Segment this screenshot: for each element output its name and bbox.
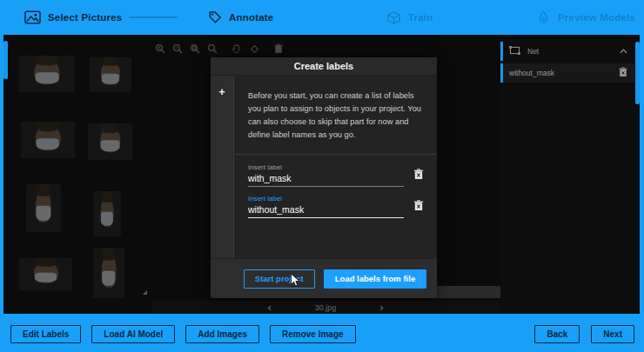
workspace: ‹ 30.jpg › Net — [3, 35, 640, 314]
labels-panel-header[interactable]: Net — [500, 42, 634, 61]
tag-tool-icon[interactable] — [248, 43, 260, 55]
left-scrollbar[interactable] — [3, 41, 8, 79]
tag-icon — [207, 10, 222, 25]
input-label: Insert label — [248, 163, 404, 171]
masked-person-photo — [36, 190, 51, 222]
masked-person-photo — [34, 60, 59, 84]
label-input-row: Insert label with_mask — [248, 163, 425, 187]
delete-label-icon[interactable] — [413, 199, 425, 215]
masked-person-photo — [101, 197, 114, 227]
load-labels-from-file-button[interactable]: Load labels from file — [324, 269, 426, 289]
masked-person-photo — [100, 128, 120, 152]
masked-person-photo — [102, 255, 117, 288]
step-connector — [129, 17, 178, 18]
step-annotate[interactable]: Annotate — [207, 0, 273, 35]
masked-person-photo — [33, 262, 57, 283]
image-icon — [24, 10, 41, 24]
label-input-field[interactable]: with_mask — [248, 173, 404, 187]
dialog-title: Create labels — [211, 57, 437, 76]
dialog-footer: Start project Load labels from file — [211, 258, 437, 298]
load-ai-model-button[interactable]: Load AI Model — [91, 325, 175, 343]
label-name: without_mask — [509, 69, 554, 77]
masked-person-photo — [36, 126, 61, 150]
labels-panel: Net without_mask — [500, 35, 640, 314]
dialog-description: Before you start, you can create a list … — [234, 76, 437, 155]
cube-icon — [386, 10, 401, 25]
delete-label-icon[interactable] — [413, 168, 425, 183]
input-label: Insert label — [248, 195, 404, 203]
edit-labels-button[interactable]: Edit Labels — [10, 325, 81, 343]
chevron-up-icon[interactable] — [620, 47, 627, 56]
main-region: ‹ 30.jpg › Net — [0, 35, 644, 315]
step-preview-models[interactable]: Preview Models — [536, 0, 635, 35]
panel-header-label: Net — [527, 47, 539, 56]
image-thumbnail[interactable] — [21, 122, 75, 158]
step-label: Select Pictures — [48, 12, 122, 23]
add-label-button[interactable]: + — [218, 88, 225, 258]
step-label: Preview Models — [558, 12, 635, 23]
image-navigation: ‹ 30.jpg › — [151, 301, 500, 314]
current-image-filename: 30.jpg — [315, 303, 337, 312]
step-label: Train — [408, 12, 433, 23]
masked-person-photo — [101, 62, 120, 84]
app-window: Select Pictures Annotate Train Preview M… — [0, 0, 644, 352]
resize-handle[interactable] — [143, 290, 147, 295]
zoom-out-icon[interactable] — [171, 43, 184, 55]
start-project-button[interactable]: Start project — [244, 269, 315, 289]
step-select-pictures[interactable]: Select Pictures — [24, 0, 122, 35]
image-thumbnail[interactable] — [19, 56, 75, 92]
bottom-bar: Edit Labels Load AI Model Add Images Rem… — [0, 315, 644, 352]
zoom-in-icon[interactable] — [154, 43, 166, 55]
back-button[interactable]: Back — [534, 325, 580, 343]
dialog-content: Before you start, you can create a list … — [233, 76, 437, 258]
right-scrollbar[interactable] — [635, 42, 640, 104]
bounding-box-icon — [509, 46, 520, 56]
image-thumbnail[interactable] — [19, 258, 72, 290]
canvas-toolbar — [154, 43, 285, 55]
label-input-field[interactable]: without_mask — [248, 204, 404, 218]
image-thumbnail[interactable] — [93, 191, 121, 236]
step-train[interactable]: Train — [386, 0, 433, 35]
next-button[interactable]: Next — [591, 325, 634, 343]
mouse-cursor — [290, 273, 301, 292]
label-input-row: Insert label without_mask — [248, 195, 425, 218]
create-labels-dialog: Create labels + Before you start, you ca… — [211, 57, 437, 298]
label-inputs: Insert label with_mask Insert label — [234, 155, 437, 229]
next-image-button[interactable]: › — [379, 303, 383, 312]
image-thumbnail[interactable] — [93, 248, 124, 298]
image-thumbnail[interactable] — [88, 123, 132, 160]
previous-image-button[interactable]: ‹ — [267, 303, 271, 312]
remove-image-button[interactable]: Remove Image — [270, 325, 356, 343]
droplet-icon — [536, 10, 551, 25]
image-thumbnail[interactable] — [26, 184, 61, 232]
zoom-area-icon[interactable] — [189, 43, 201, 55]
delete-label-icon[interactable] — [619, 67, 627, 79]
top-bar: Select Pictures Annotate Train Preview M… — [0, 0, 644, 35]
pan-hand-icon[interactable] — [231, 43, 243, 55]
image-thumbnail[interactable] — [90, 57, 131, 92]
delete-tool-icon[interactable] — [272, 43, 285, 55]
add-images-button[interactable]: Add Images — [185, 325, 259, 343]
dialog-side-rail: + — [211, 76, 233, 258]
label-list-item[interactable]: without_mask — [500, 63, 634, 83]
step-label: Annotate — [229, 12, 273, 23]
zoom-reset-icon[interactable] — [206, 43, 218, 55]
